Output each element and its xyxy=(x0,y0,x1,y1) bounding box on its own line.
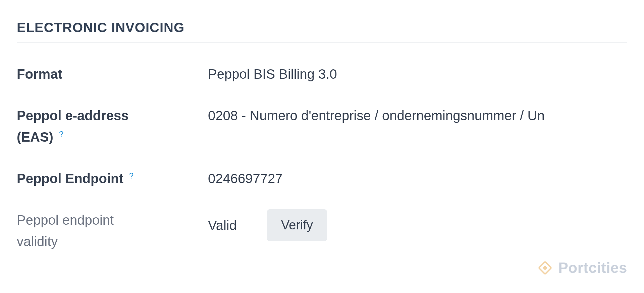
validity-value-wrapper: Valid Verify xyxy=(208,209,327,241)
value-format[interactable]: Peppol BIS Billing 3.0 xyxy=(208,63,337,85)
label-endpoint-text: Peppol Endpoint xyxy=(17,171,123,186)
label-eaddress-line1: Peppol e-address xyxy=(17,108,128,123)
electronic-invoicing-section: ELECTRONIC INVOICING Format Peppol BIS B… xyxy=(0,0,644,279)
watermark: Portcities xyxy=(537,260,627,276)
watermark-text: Portcities xyxy=(558,260,627,276)
help-icon[interactable]: ? xyxy=(59,130,63,139)
field-format: Format Peppol BIS Billing 3.0 xyxy=(17,63,627,85)
svg-rect-1 xyxy=(543,266,547,270)
portcities-logo-icon xyxy=(537,260,553,276)
label-format-text: Format xyxy=(17,67,62,81)
field-validity: Peppol endpoint validity Valid Verify xyxy=(17,209,627,252)
section-title: ELECTRONIC INVOICING xyxy=(17,20,627,43)
value-validity: Valid xyxy=(208,215,237,236)
label-eaddress: Peppol e-address (EAS) ? xyxy=(17,105,208,148)
label-validity-line2: validity xyxy=(17,234,58,249)
label-validity: Peppol endpoint validity xyxy=(17,209,208,252)
verify-button[interactable]: Verify xyxy=(267,209,327,241)
label-format: Format xyxy=(17,63,208,85)
label-eaddress-line2: (EAS) xyxy=(17,130,53,144)
field-endpoint: Peppol Endpoint ? 0246697727 xyxy=(17,168,627,189)
value-endpoint[interactable]: 0246697727 xyxy=(208,168,282,189)
label-endpoint: Peppol Endpoint ? xyxy=(17,168,208,189)
field-eaddress: Peppol e-address (EAS) ? 0208 - Numero d… xyxy=(17,105,627,148)
value-eaddress[interactable]: 0208 - Numero d'entreprise / onderneming… xyxy=(208,105,545,126)
label-validity-line1: Peppol endpoint xyxy=(17,213,114,227)
help-icon[interactable]: ? xyxy=(129,171,133,180)
